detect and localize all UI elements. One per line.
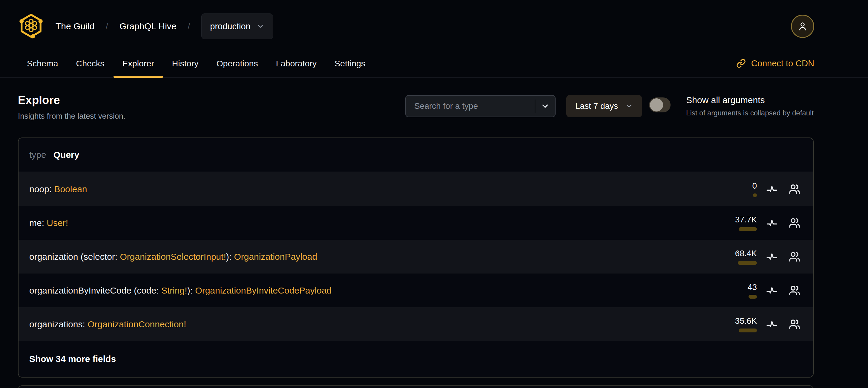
page-head: Explore Insights from the latest version…: [18, 94, 814, 121]
usage-stat: 0: [723, 181, 757, 197]
users-icon: [789, 217, 800, 229]
tab-operations[interactable]: Operations: [207, 50, 267, 77]
chevron-down-icon: [625, 102, 633, 110]
clients-button[interactable]: [787, 317, 802, 332]
breadcrumb: The Guild / GraphQL Hive / production: [18, 12, 273, 40]
field-rows: noop: Boolean 0 me: User!: [19, 172, 813, 341]
tab-label: Laboratory: [276, 59, 317, 68]
clients-button[interactable]: [787, 249, 802, 265]
type-search-input[interactable]: [406, 96, 535, 117]
connect-to-cdn-label: Connect to CDN: [751, 59, 814, 68]
chevron-down-icon: [256, 23, 265, 30]
tab-label: Schema: [27, 59, 58, 68]
activity-pulse-icon: [766, 183, 777, 195]
toggle-text: Show all arguments List of arguments is …: [686, 95, 814, 117]
main-content: Explore Insights from the latest version…: [0, 94, 868, 388]
toggle-knob: [650, 98, 663, 112]
target-select[interactable]: production: [201, 13, 273, 39]
usage-count: 35.6K: [735, 316, 757, 326]
clients-button[interactable]: [787, 181, 802, 197]
field-row[interactable]: me: User! 37.7K: [19, 206, 813, 240]
breadcrumb-separator: /: [106, 22, 108, 31]
hive-honeycomb-logo: [18, 12, 44, 40]
page-head-text: Explore Insights from the latest version…: [18, 94, 125, 121]
app-window: The Guild / GraphQL Hive / production Sc…: [0, 0, 868, 388]
tab-label: Settings: [335, 59, 365, 68]
page-subtitle: Insights from the latest version.: [18, 112, 125, 121]
field-stats: 37.7K: [723, 215, 802, 231]
show-more-fields-button[interactable]: Show 34 more fields: [19, 341, 813, 377]
tab-settings[interactable]: Settings: [326, 50, 374, 77]
period-select[interactable]: Last 7 days: [566, 95, 642, 117]
usage-stat: 68.4K: [723, 249, 757, 265]
connect-to-cdn-link[interactable]: Connect to CDN: [736, 50, 814, 77]
field-signature: organizations: OrganizationConnection!: [29, 319, 186, 329]
tab-checks[interactable]: Checks: [67, 50, 114, 77]
users-icon: [789, 285, 800, 296]
breadcrumb-project[interactable]: GraphQL Hive: [120, 21, 177, 31]
field-row[interactable]: organizationByInviteCode (code: String!)…: [19, 273, 813, 307]
type-name: Query: [54, 150, 80, 160]
type-kind-label: type: [29, 150, 46, 160]
period-select-value: Last 7 days: [575, 101, 618, 111]
field-stats: 0: [723, 181, 802, 197]
activity-button[interactable]: [764, 317, 780, 332]
usage-stat: 37.7K: [723, 215, 757, 231]
type-search-combobox: [405, 95, 556, 117]
usage-count: 68.4K: [735, 249, 757, 258]
breadcrumb-org[interactable]: The Guild: [56, 21, 94, 31]
activity-pulse-icon: [766, 319, 777, 330]
activity-button[interactable]: [764, 283, 780, 298]
app-header: The Guild / GraphQL Hive / production: [0, 0, 868, 50]
toggle-label: Show all arguments: [686, 95, 814, 105]
tab-laboratory[interactable]: Laboratory: [267, 50, 326, 77]
usage-stat: 35.6K: [723, 316, 757, 332]
usage-count: 43: [748, 282, 757, 292]
field-stats: 68.4K: [723, 249, 802, 265]
field-row[interactable]: organizations: OrganizationConnection! 3…: [19, 307, 813, 341]
tab-label: Operations: [216, 59, 258, 68]
activity-pulse-icon: [766, 217, 777, 229]
next-type-card-partial: [18, 385, 814, 388]
page-title: Explore: [18, 94, 125, 107]
user-avatar[interactable]: [791, 14, 814, 38]
breadcrumb-separator: /: [188, 22, 190, 31]
users-icon: [789, 183, 800, 195]
field-row[interactable]: organization (selector: OrganizationSele…: [19, 240, 813, 273]
tab-history[interactable]: History: [163, 50, 208, 77]
activity-button[interactable]: [764, 181, 780, 197]
usage-stat: 43: [723, 282, 757, 299]
activity-button[interactable]: [764, 249, 780, 265]
toggle-description: List of arguments is collapsed by defaul…: [686, 109, 814, 117]
chevron-down-icon: [540, 101, 550, 111]
usage-bar: [739, 227, 757, 231]
activity-pulse-icon: [766, 285, 777, 296]
explorer-controls: Last 7 days Show all arguments List of a…: [405, 95, 814, 117]
field-row[interactable]: noop: Boolean 0: [19, 172, 813, 206]
combobox-open-button[interactable]: [535, 96, 555, 117]
users-icon: [789, 251, 800, 263]
tab-bar: SchemaChecksExplorerHistoryOperationsLab…: [0, 50, 868, 78]
usage-bar: [753, 193, 757, 197]
tab-label: History: [172, 59, 198, 68]
users-icon: [789, 319, 800, 330]
target-select-value: production: [210, 22, 250, 31]
tab-explorer[interactable]: Explorer: [114, 50, 163, 77]
tab-schema[interactable]: Schema: [18, 50, 67, 77]
field-stats: 35.6K: [723, 316, 802, 332]
user-icon: [797, 21, 808, 32]
field-signature: noop: Boolean: [29, 184, 87, 194]
usage-bar: [738, 261, 757, 265]
usage-bar: [748, 295, 757, 299]
activity-button[interactable]: [764, 215, 780, 231]
tab-label: Checks: [76, 59, 104, 68]
field-signature: me: User!: [29, 218, 68, 228]
clients-button[interactable]: [787, 215, 802, 231]
clients-button[interactable]: [787, 283, 802, 298]
type-card-query: type Query noop: Boolean 0: [18, 138, 814, 378]
usage-count: 0: [752, 181, 757, 191]
field-signature: organization (selector: OrganizationSele…: [29, 252, 317, 262]
activity-pulse-icon: [766, 251, 777, 263]
tab-label: Explorer: [122, 59, 154, 68]
show-all-arguments-toggle[interactable]: [649, 97, 671, 112]
